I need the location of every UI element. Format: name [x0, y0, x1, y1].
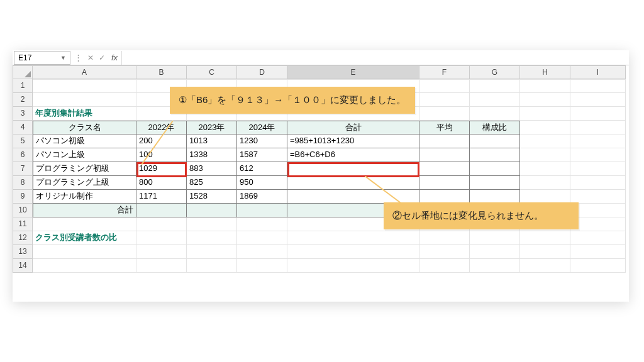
- grand-total-label[interactable]: 合計: [33, 204, 136, 217]
- cell[interactable]: [520, 121, 570, 134]
- table-cell[interactable]: 800: [136, 176, 187, 190]
- cell[interactable]: [237, 231, 287, 245]
- cell[interactable]: [136, 259, 187, 273]
- table-row-name[interactable]: プログラミング上級: [33, 176, 136, 190]
- enter-icon[interactable]: ✓: [96, 53, 108, 62]
- table-header[interactable]: クラス名: [33, 121, 136, 134]
- table-cell[interactable]: 1013: [187, 134, 237, 148]
- spreadsheet-grid[interactable]: A B C D E F G H I 1 2 3年度別集計結果 4 クラス名 20…: [13, 65, 629, 273]
- table-cell[interactable]: =985+1013+1230: [287, 134, 419, 148]
- table-cell[interactable]: [419, 134, 470, 148]
- cell[interactable]: [520, 162, 570, 176]
- chevron-down-icon[interactable]: ▼: [60, 55, 66, 61]
- cell[interactable]: [136, 217, 187, 231]
- cell[interactable]: [33, 217, 136, 231]
- row-header[interactable]: 3: [13, 107, 33, 121]
- cell[interactable]: [570, 162, 626, 176]
- table-cell[interactable]: 825: [187, 176, 237, 190]
- cell[interactable]: [570, 148, 626, 162]
- table-cell[interactable]: [419, 190, 470, 204]
- row-header[interactable]: 8: [13, 176, 33, 190]
- table-cell[interactable]: [470, 190, 520, 204]
- table-row-name[interactable]: オリジナル制作: [33, 190, 136, 204]
- table-header[interactable]: 平均: [419, 121, 470, 134]
- cell[interactable]: [187, 231, 237, 245]
- table-cell[interactable]: =B6+C6+D6: [287, 148, 419, 162]
- table-cell[interactable]: 950: [237, 176, 287, 190]
- row-header[interactable]: 9: [13, 190, 33, 204]
- table-cell[interactable]: [470, 134, 520, 148]
- cell[interactable]: [570, 134, 626, 148]
- table-cell[interactable]: 1869: [237, 190, 287, 204]
- cancel-icon[interactable]: ✕: [85, 53, 96, 62]
- cell[interactable]: [419, 245, 470, 259]
- cell[interactable]: [570, 217, 626, 231]
- table-cell[interactable]: 1338: [187, 148, 237, 162]
- cell[interactable]: [570, 245, 626, 259]
- table-header[interactable]: 2024年: [237, 121, 287, 134]
- col-header-A[interactable]: A: [33, 65, 136, 79]
- table-cell[interactable]: 883: [187, 162, 237, 176]
- cell[interactable]: [287, 259, 419, 273]
- cell[interactable]: [570, 204, 626, 217]
- cell[interactable]: [136, 245, 187, 259]
- cell[interactable]: [419, 93, 470, 107]
- col-header-H[interactable]: H: [520, 65, 570, 79]
- cell[interactable]: [33, 259, 136, 273]
- table-cell[interactable]: [419, 148, 470, 162]
- table-cell[interactable]: 612: [237, 162, 287, 176]
- cell[interactable]: [287, 245, 419, 259]
- table-row-name[interactable]: パソコン初級: [33, 134, 136, 148]
- cell[interactable]: [570, 107, 626, 121]
- cell[interactable]: [470, 93, 520, 107]
- col-header-I[interactable]: I: [570, 65, 626, 79]
- table-row-name[interactable]: パソコン上級: [33, 148, 136, 162]
- table-row-name[interactable]: プログラミング初級: [33, 162, 136, 176]
- name-box[interactable]: E17 ▼: [14, 51, 70, 65]
- cell[interactable]: [520, 245, 570, 259]
- cell[interactable]: [187, 217, 237, 231]
- fx-icon[interactable]: fx: [108, 53, 121, 62]
- cell[interactable]: [470, 259, 520, 273]
- table-cell[interactable]: [136, 204, 187, 217]
- row-header[interactable]: 14: [13, 259, 33, 273]
- row-header[interactable]: 1: [13, 79, 33, 93]
- table-cell[interactable]: 1171: [136, 190, 187, 204]
- row-header[interactable]: 12: [13, 231, 33, 245]
- cell[interactable]: [570, 259, 626, 273]
- cell[interactable]: [570, 190, 626, 204]
- row-header[interactable]: 6: [13, 148, 33, 162]
- formula-input[interactable]: [121, 51, 629, 65]
- cell[interactable]: [520, 176, 570, 190]
- table-cell[interactable]: [237, 204, 287, 217]
- section-title[interactable]: 年度別集計結果: [33, 107, 136, 121]
- cell[interactable]: [419, 259, 470, 273]
- section-title[interactable]: クラス別受講者数の比: [33, 231, 136, 245]
- table-header[interactable]: 構成比: [470, 121, 520, 134]
- col-header-B[interactable]: B: [136, 65, 187, 79]
- table-header[interactable]: 2023年: [187, 121, 237, 134]
- cell[interactable]: [520, 259, 570, 273]
- row-header[interactable]: 5: [13, 134, 33, 148]
- row-header[interactable]: 7: [13, 162, 33, 176]
- table-cell[interactable]: [187, 204, 237, 217]
- cell[interactable]: [470, 107, 520, 121]
- col-header-E[interactable]: E: [287, 65, 419, 79]
- table-cell[interactable]: [287, 162, 419, 176]
- cell[interactable]: [570, 121, 626, 134]
- table-header[interactable]: 合計: [287, 121, 419, 134]
- cell[interactable]: [570, 93, 626, 107]
- select-all-corner[interactable]: [13, 65, 33, 79]
- cell[interactable]: [237, 217, 287, 231]
- col-header-G[interactable]: G: [470, 65, 520, 79]
- cell[interactable]: [419, 231, 470, 245]
- col-header-C[interactable]: C: [187, 65, 237, 79]
- cell[interactable]: [520, 231, 570, 245]
- cell[interactable]: [470, 245, 520, 259]
- cell[interactable]: [520, 79, 570, 93]
- cell[interactable]: [520, 134, 570, 148]
- table-cell[interactable]: 1528: [187, 190, 237, 204]
- cell[interactable]: [520, 190, 570, 204]
- table-cell[interactable]: [470, 148, 520, 162]
- col-header-D[interactable]: D: [237, 65, 287, 79]
